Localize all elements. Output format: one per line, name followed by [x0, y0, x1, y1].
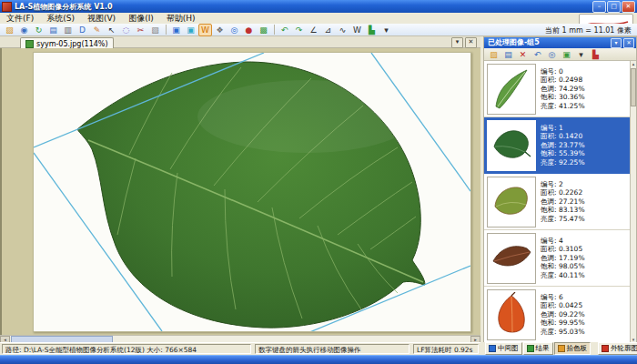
maximize-button[interactable]: □ — [607, 1, 621, 13]
close-button[interactable]: ✕ — [622, 1, 635, 13]
item-number: 编号: 2 — [541, 180, 585, 188]
taskbar-strip[interactable] — [0, 355, 637, 364]
window-title: LA-S植物图像分析系统 V1.0 — [15, 2, 113, 12]
item-saturation: 饱和: 55.39% — [541, 149, 585, 157]
list-item-2[interactable]: 编号: 2 面积: 0.2262 色调: 27.21% 饱和: 83.13% 亮… — [484, 174, 630, 230]
erase-icon[interactable]: ▧ — [148, 24, 162, 36]
toolbar-separator — [166, 25, 167, 35]
minimize-button[interactable]: – — [592, 1, 606, 13]
menu-item-view[interactable]: 视图(V) — [81, 13, 122, 24]
panel-close-button[interactable]: ✕ — [623, 38, 634, 48]
print-icon[interactable]: ▥ — [61, 24, 75, 36]
triangle-tool-icon[interactable]: ⊿ — [321, 24, 335, 36]
menu-bar: 文件(F)系统(S)视图(V)图像(I)帮助(H) — [0, 13, 637, 24]
list-item-0[interactable]: 编号: 0 面积: 0.2498 色调: 74.29% 饱和: 30.36% 亮… — [484, 61, 630, 117]
panel-delete-icon[interactable]: ✕ — [516, 48, 530, 61]
menu-item-system[interactable]: 系统(S) — [40, 13, 81, 24]
leaf-thumbnail — [487, 289, 536, 340]
results-panel: 已处理图像-组5 ▾ ✕ ▨▤✕↶◎▣▾▙ 编号: 0 面积: 0.2498 — [483, 36, 637, 342]
leaf-image — [34, 53, 470, 331]
panel-scroll-thumb[interactable] — [631, 68, 636, 106]
magnifier-icon[interactable]: ◎ — [228, 24, 241, 36]
result-icon — [527, 345, 534, 352]
view-tab-color-board[interactable]: 拾色板 — [554, 342, 592, 355]
panel-scrollbar[interactable]: ▴ ▾ — [630, 61, 636, 342]
leaf-sheen — [197, 80, 416, 153]
document-tabstrip: syym-05.jpg(114%) ▾ ✕ — [0, 36, 480, 48]
panel-open-icon[interactable]: ▨ — [487, 48, 500, 61]
scan-refresh-icon[interactable]: ↻ — [32, 24, 46, 36]
item-number: 编号: 4 — [541, 237, 585, 245]
title-bar: LA-S植物图像分析系统 V1.0 – □ ✕ — [0, 0, 637, 13]
menu-item-file[interactable]: 文件(F) — [0, 13, 40, 24]
leaf-thumbnail — [487, 233, 536, 284]
canvas-area[interactable] — [0, 48, 480, 335]
item-saturation: 饱和: 98.05% — [541, 262, 585, 270]
scanned-image[interactable] — [33, 52, 471, 332]
leaf-thumbnail — [487, 177, 536, 228]
width-tool-icon[interactable]: W — [350, 24, 364, 36]
palette-icon[interactable]: ▩ — [257, 24, 270, 36]
edit-pencil-icon[interactable]: ✎ — [90, 24, 104, 36]
item-brightness: 亮度: 75.47% — [541, 215, 585, 223]
leaf-thumbnail — [487, 64, 536, 115]
rotate-right-icon[interactable]: ↷ — [292, 24, 306, 36]
chart-icon[interactable]: ▙ — [365, 24, 379, 36]
analyze-w-icon[interactable]: W — [198, 24, 212, 36]
list-item-3[interactable]: 编号: 4 面积: 0.3105 色调: 17.19% 饱和: 98.05% 亮… — [484, 230, 630, 287]
cut-icon[interactable]: ✂ — [134, 24, 147, 36]
view-tab-label: 外轮廓图 — [611, 344, 637, 353]
view-cyan-icon[interactable]: ▣ — [184, 24, 197, 36]
panel-dropdown-icon[interactable]: ▾ — [574, 48, 588, 61]
view-tab-outline[interactable]: 外轮廓图 — [598, 342, 637, 355]
item-hue: 色调: 09.22% — [541, 310, 585, 318]
panel-image-icon[interactable]: ▣ — [560, 48, 573, 61]
more-dropdown-icon[interactable]: ▾ — [379, 24, 393, 36]
menu-item-help[interactable]: 帮助(H) — [160, 13, 202, 24]
panel-toolbar: ▨▤✕↶◎▣▾▙ — [484, 48, 636, 61]
tab-label: syym-05.jpg(114%) — [36, 40, 108, 48]
item-brightness: 亮度: 95.03% — [541, 328, 585, 336]
view-tab-label: 拾色板 — [567, 344, 588, 353]
status-hint: 数字键盘的箭头执行移动图像操作 — [255, 344, 410, 354]
item-hue: 色调: 17.19% — [541, 254, 585, 262]
panel-stats-icon[interactable]: ▙ — [589, 48, 602, 61]
panel-menu-button[interactable]: ▾ — [611, 38, 622, 48]
curve-tool-icon[interactable]: ∿ — [336, 24, 349, 36]
panel-undo-icon[interactable]: ↶ — [531, 48, 544, 61]
copy-icon[interactable]: D — [76, 24, 89, 36]
lasso-icon[interactable]: ◌ — [119, 24, 133, 36]
save-icon[interactable]: ▤ — [46, 24, 60, 36]
panel-save-icon[interactable]: ▤ — [501, 48, 515, 61]
view-tab-middle-image[interactable]: 中间图 — [485, 342, 522, 355]
list-item-1-selected[interactable]: 编号: 1 面积: 0.1420 色调: 23.77% 饱和: 55.39% 亮… — [484, 117, 630, 174]
tab-menu-button[interactable]: ▾ — [451, 37, 463, 48]
open-image-icon[interactable]: ▨ — [3, 24, 16, 36]
view-tab-label: 中间图 — [498, 344, 519, 353]
settings-icon[interactable]: ❖ — [213, 24, 227, 36]
item-number: 编号: 6 — [541, 293, 585, 301]
list-item-4[interactable]: 编号: 6 面积: 0.0425 色调: 09.22% 饱和: 99.95% 亮… — [484, 287, 630, 342]
calibration-readout: 当前 1 mm = 11.01 像素 — [545, 25, 632, 35]
horizontal-scrollbar[interactable]: ◂ ▸ — [0, 335, 480, 342]
panel-title-bar: 已处理图像-组5 ▾ ✕ — [484, 37, 636, 48]
middle-image-icon — [489, 345, 496, 352]
image-file-icon — [25, 40, 34, 48]
item-area: 面积: 0.2498 — [541, 76, 585, 84]
angle-tool-icon[interactable]: ∠ — [307, 24, 320, 36]
view-tab-result[interactable]: 结果 — [523, 342, 553, 355]
leaf-thumbnail — [487, 120, 536, 171]
app-window: LA-S植物图像分析系统 V1.0 – □ ✕ 文件(F)系统(S)视图(V)图… — [0, 0, 637, 364]
camera-icon[interactable]: ◉ — [17, 24, 31, 36]
tab-close-button[interactable]: ✕ — [465, 37, 477, 48]
panel-title: 已处理图像-组5 — [488, 38, 540, 46]
menu-item-image[interactable]: 图像(I) — [122, 13, 160, 24]
panel-zoom-icon[interactable]: ◎ — [545, 48, 559, 61]
rotate-left-icon[interactable]: ↶ — [278, 24, 291, 36]
color-board-icon — [558, 345, 565, 352]
marker-red-icon[interactable]: ● — [242, 24, 256, 36]
select-arrow-icon[interactable]: ↖ — [105, 24, 118, 36]
item-number: 编号: 1 — [541, 124, 585, 132]
view-blue-icon[interactable]: ▣ — [169, 24, 183, 36]
panel-scroll-up-button[interactable]: ▴ — [631, 61, 636, 66]
